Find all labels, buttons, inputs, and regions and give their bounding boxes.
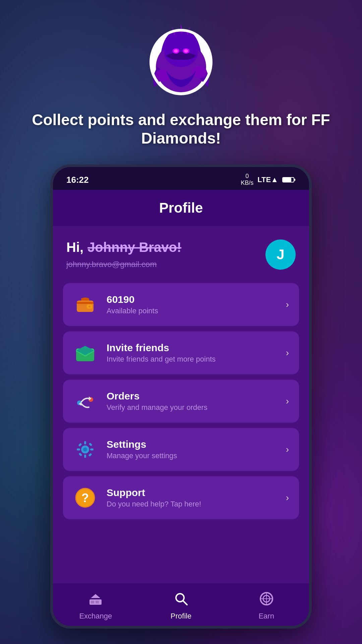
search-icon bbox=[174, 591, 188, 609]
menu-item-support[interactable]: ? Support Do you need help? Tap here! › bbox=[63, 476, 299, 519]
svg-rect-27 bbox=[77, 448, 80, 450]
chevron-right-icon: › bbox=[286, 299, 289, 310]
settings-title: Settings bbox=[107, 439, 277, 450]
svg-rect-26 bbox=[84, 454, 86, 458]
battery-icon bbox=[282, 176, 296, 183]
svg-rect-14 bbox=[77, 302, 94, 304]
orders-subtitle: Verify and manage your orders bbox=[107, 403, 277, 412]
svg-point-6 bbox=[184, 49, 188, 53]
chevron-right-icon: › bbox=[286, 492, 289, 503]
exchange-icon bbox=[88, 591, 103, 609]
nav-earn[interactable]: Earn bbox=[224, 583, 309, 626]
invite-icon bbox=[73, 341, 97, 365]
svg-rect-38 bbox=[96, 601, 99, 603]
status-kb: 0KB/s bbox=[241, 173, 253, 186]
user-email: johnny.bravo@gmail.com bbox=[66, 260, 181, 269]
svg-rect-32 bbox=[88, 442, 92, 446]
support-subtitle: Do you need help? Tap here! bbox=[107, 500, 277, 508]
nav-exchange[interactable]: Exchange bbox=[53, 583, 138, 626]
orders-title: Orders bbox=[107, 390, 277, 402]
svg-rect-29 bbox=[78, 443, 82, 446]
points-label: Available points bbox=[107, 307, 277, 315]
svg-point-5 bbox=[174, 49, 178, 53]
chevron-right-icon: › bbox=[286, 396, 289, 407]
menu-item-invite[interactable]: Invite friends Invite friends and get mo… bbox=[63, 331, 299, 374]
nav-earn-label: Earn bbox=[258, 612, 274, 621]
svg-line-40 bbox=[183, 601, 187, 605]
chevron-right-icon: › bbox=[286, 444, 289, 455]
svg-rect-31 bbox=[78, 452, 82, 456]
invite-title: Invite friends bbox=[107, 342, 277, 354]
svg-text:?: ? bbox=[81, 491, 89, 505]
tagline: Collect points and exchange them for FF … bbox=[0, 111, 362, 148]
avatar: J bbox=[265, 239, 296, 270]
invite-subtitle: Invite friends and get more points bbox=[107, 355, 277, 364]
svg-rect-11 bbox=[294, 179, 295, 181]
menu-item-points[interactable]: 60190 Available points › bbox=[63, 283, 299, 326]
svg-rect-30 bbox=[88, 453, 92, 457]
screen-title: Profile bbox=[159, 200, 203, 216]
wallet-icon bbox=[73, 292, 97, 317]
svg-point-8 bbox=[192, 66, 207, 78]
chevron-right-icon: › bbox=[286, 347, 289, 358]
svg-point-16 bbox=[88, 306, 90, 308]
nav-profile[interactable]: Profile bbox=[138, 583, 224, 626]
svg-rect-37 bbox=[91, 601, 94, 603]
svg-rect-28 bbox=[90, 448, 94, 450]
svg-rect-25 bbox=[84, 441, 86, 444]
settings-icon bbox=[73, 437, 97, 462]
profile-section: Hi, Johnny Bravo! johnny.bravo@gmail.com… bbox=[53, 226, 309, 276]
nav-profile-label: Profile bbox=[171, 612, 191, 621]
svg-point-24 bbox=[83, 447, 87, 451]
menu-list: 60190 Available points › bbox=[53, 276, 309, 526]
orders-icon bbox=[73, 389, 97, 413]
earn-icon bbox=[259, 591, 274, 609]
points-value: 60190 bbox=[107, 294, 277, 305]
menu-item-settings[interactable]: Settings Manage your settings › bbox=[63, 428, 299, 471]
menu-item-orders[interactable]: Orders Verify and manage your orders › bbox=[63, 380, 299, 423]
status-bar: 16:22 0KB/s LTE▲ bbox=[53, 167, 309, 190]
phone-frame: 16:22 0KB/s LTE▲ Profile bbox=[50, 164, 312, 629]
svg-rect-12 bbox=[283, 178, 291, 182]
support-title: Support bbox=[107, 487, 277, 498]
status-lte: LTE▲ bbox=[257, 175, 278, 184]
support-icon: ? bbox=[73, 486, 97, 510]
bottom-nav: Exchange Profile bbox=[53, 583, 309, 626]
app-header: Profile bbox=[53, 190, 309, 226]
settings-subtitle: Manage your settings bbox=[107, 451, 277, 460]
greeting-hi: Hi, bbox=[66, 240, 83, 255]
username: Johnny Bravo! bbox=[87, 240, 181, 255]
nav-exchange-label: Exchange bbox=[79, 612, 112, 621]
mascot-logo bbox=[141, 20, 221, 101]
status-time: 16:22 bbox=[66, 175, 89, 185]
